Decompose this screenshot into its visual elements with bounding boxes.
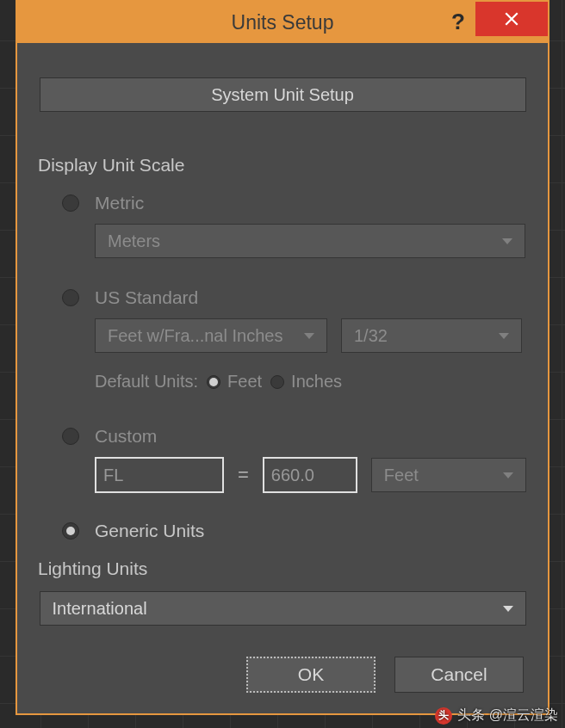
close-icon — [504, 11, 519, 27]
watermark: 头 头条 @渲云渲染 — [435, 706, 558, 725]
custom-abbrev-input[interactable]: FL — [95, 457, 224, 493]
default-units-row: Default Units: Feet Inches — [95, 372, 527, 392]
us-standard-value: Feet w/Fra...nal Inches — [108, 326, 282, 346]
radio-metric[interactable] — [62, 194, 79, 212]
help-icon[interactable]: ? — [451, 9, 465, 35]
radio-default-inches[interactable] — [270, 375, 284, 389]
radio-row-custom: Custom — [62, 426, 527, 447]
dialog-title: Units Setup — [232, 11, 334, 34]
us-standard-dropdown[interactable]: Feet w/Fra...nal Inches — [95, 318, 327, 353]
chevron-down-icon — [503, 606, 513, 612]
radio-row-us-standard: US Standard — [62, 287, 527, 308]
default-units-label: Default Units: — [95, 372, 198, 392]
titlebar[interactable]: Units Setup ? — [17, 2, 548, 43]
radio-generic[interactable] — [62, 522, 79, 540]
units-setup-dialog: Units Setup ? System Unit Setup Display … — [16, 0, 549, 715]
us-fraction-value: 1/32 — [354, 326, 388, 346]
ok-button[interactable]: OK — [246, 657, 376, 693]
watermark-logo-icon: 头 — [435, 707, 452, 725]
lighting-units-dropdown[interactable]: International — [40, 591, 526, 626]
dialog-button-row: OK Cancel — [38, 657, 527, 693]
us-fraction-dropdown[interactable]: 1/32 — [341, 318, 522, 353]
metric-dropdown-value: Meters — [108, 231, 160, 251]
radio-row-generic: Generic Units — [62, 521, 527, 541]
metric-dropdown[interactable]: Meters — [95, 224, 525, 258]
custom-unit-value: Feet — [384, 466, 419, 485]
display-unit-scale-label: Display Unit Scale — [38, 155, 527, 176]
default-inches-label: Inches — [291, 372, 342, 392]
default-feet-label: Feet — [227, 372, 262, 392]
close-button[interactable] — [475, 2, 548, 36]
chevron-down-icon — [503, 472, 513, 478]
equals-sign: = — [238, 464, 249, 486]
lighting-units-value: International — [53, 599, 147, 619]
custom-unit-dropdown[interactable]: Feet — [371, 458, 526, 492]
radio-default-feet[interactable] — [207, 375, 220, 389]
watermark-text: 头条 @渲云渲染 — [457, 706, 558, 725]
chevron-down-icon — [304, 333, 314, 339]
radio-label-custom: Custom — [95, 426, 157, 447]
radio-us-standard[interactable] — [62, 289, 79, 306]
radio-label-us-standard: US Standard — [95, 287, 198, 308]
chevron-down-icon — [499, 333, 509, 339]
radio-label-generic: Generic Units — [95, 521, 204, 541]
lighting-units-label: Lighting Units — [38, 558, 527, 579]
radio-label-metric: Metric — [95, 193, 144, 213]
custom-value-input[interactable]: 660.0 — [263, 457, 357, 493]
dialog-body: System Unit Setup Display Unit Scale Met… — [17, 43, 548, 713]
radio-row-metric: Metric — [62, 193, 527, 213]
cancel-button[interactable]: Cancel — [394, 657, 524, 693]
radio-custom[interactable] — [62, 428, 79, 445]
system-unit-setup-button[interactable]: System Unit Setup — [40, 77, 526, 112]
chevron-down-icon — [502, 238, 512, 244]
